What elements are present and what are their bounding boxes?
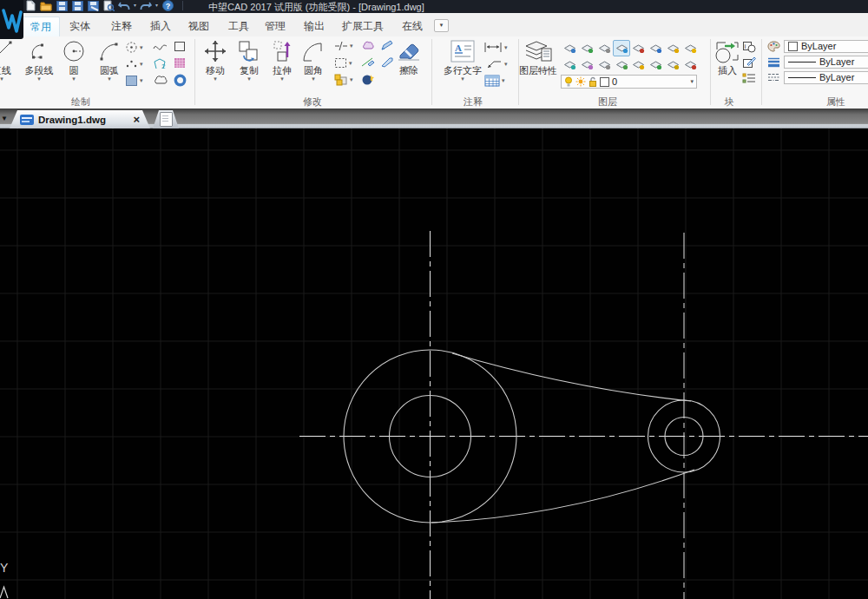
revision-cloud-tool[interactable] xyxy=(153,75,168,86)
save-icon[interactable] xyxy=(56,0,68,11)
undo-icon[interactable] xyxy=(118,0,130,11)
app-logo[interactable] xyxy=(0,0,23,39)
trim-tool[interactable]: ▾ xyxy=(334,41,353,51)
explode-tool[interactable]: ▾ xyxy=(334,74,353,86)
edit-block-tool[interactable] xyxy=(742,56,756,69)
ribbon-overflow-button[interactable]: ▼ xyxy=(434,19,449,32)
layer-tool-icon[interactable] xyxy=(681,40,699,56)
revcloud-edit-tool[interactable] xyxy=(361,40,375,51)
top-tangent-arc[interactable] xyxy=(452,353,691,401)
svg-text:A: A xyxy=(455,43,462,53)
ucs-y-arrowhead-icon xyxy=(0,587,8,598)
create-block-tool[interactable]: i xyxy=(742,41,756,53)
block-attributes-tool[interactable] xyxy=(742,72,756,84)
layer-tool-icon[interactable] xyxy=(613,40,630,56)
layer-tool-icon[interactable] xyxy=(562,40,579,56)
ucs-y-axis-label: Y xyxy=(0,561,9,575)
bottom-tangent-arc[interactable] xyxy=(431,470,694,523)
mtext-button[interactable]: A 多行文字▾ xyxy=(444,38,482,82)
divide-tool[interactable]: ▾ xyxy=(125,58,143,69)
linetype-sample xyxy=(788,77,816,78)
layer-tool-icon[interactable] xyxy=(562,56,579,73)
ribbon-tab-2[interactable]: 实体 xyxy=(62,16,98,36)
ribbon-tab-5[interactable]: 视图 xyxy=(181,16,217,36)
plot-preview-icon[interactable] xyxy=(102,0,115,11)
ribbon-tab-7[interactable]: 管理 xyxy=(257,16,293,36)
redo-dropdown-icon[interactable]: ▾ xyxy=(155,0,158,11)
layer-tool-icon[interactable] xyxy=(630,56,648,73)
layer-tool-icon[interactable] xyxy=(648,40,665,56)
edit-polyline-tool[interactable] xyxy=(380,40,394,51)
document-tab-active[interactable]: Drawing1.dwg × xyxy=(10,110,150,128)
layer-select[interactable]: 0 ▾ xyxy=(561,75,697,89)
table-tool[interactable]: ▾ xyxy=(484,75,505,87)
polygon-tool[interactable]: 2 xyxy=(153,57,167,70)
spline-tool[interactable] xyxy=(153,42,168,52)
linear-dimension-tool[interactable]: ▾ xyxy=(483,42,508,53)
layer-tool-icon[interactable] xyxy=(665,56,682,73)
redo-icon[interactable] xyxy=(140,0,152,11)
layer-unlock-icon xyxy=(589,76,597,87)
rectangle-tool[interactable] xyxy=(174,41,186,52)
ribbon-tab-4[interactable]: 插入 xyxy=(142,16,179,36)
layer-select-dropdown-icon[interactable]: ▾ xyxy=(690,78,694,85)
stretch-button[interactable]: 拉伸▾ xyxy=(269,38,295,82)
save-as-icon[interactable] xyxy=(71,0,83,11)
ribbon-tab-9[interactable]: 扩展工具 xyxy=(334,16,391,36)
layer-tool-icon[interactable] xyxy=(630,40,648,56)
ribbon-tab-6[interactable]: 工具 xyxy=(220,16,257,36)
layer-tool-icon[interactable] xyxy=(648,56,665,73)
erase-button[interactable]: 擦除 xyxy=(395,38,423,76)
color-control[interactable]: ByLayer xyxy=(767,39,868,53)
layer-tool-icon[interactable] xyxy=(681,56,699,73)
copy-button[interactable]: 复制▾ xyxy=(236,38,262,82)
drawing-canvas[interactable]: Y xyxy=(0,128,868,599)
layer-tool-icon[interactable] xyxy=(579,40,596,56)
layer-tool-icon[interactable] xyxy=(665,40,682,56)
mirror-tool[interactable] xyxy=(380,56,394,68)
lineweight-control[interactable]: ByLayer xyxy=(767,55,868,69)
match-properties-tool[interactable] xyxy=(361,56,375,68)
save-all-icon[interactable] xyxy=(87,0,99,11)
polyline-button[interactable]: 多段线▾ xyxy=(25,38,54,82)
layer-tool-icon[interactable] xyxy=(579,56,596,73)
ribbon-tab-1[interactable]: 常用 xyxy=(22,16,60,37)
explode-icon xyxy=(334,74,348,86)
donut-tool[interactable] xyxy=(174,74,187,87)
layer-tool-icon[interactable] xyxy=(596,40,614,56)
new-document-tab-button[interactable] xyxy=(153,110,179,128)
line-button[interactable]: 直线▾ xyxy=(0,38,15,82)
trim-icon xyxy=(334,41,348,51)
attributes-icon xyxy=(742,72,756,84)
mirror-icon xyxy=(380,56,394,68)
purge-tool[interactable] xyxy=(361,73,375,85)
circle-button[interactable]: 圆▾ xyxy=(61,38,87,82)
ribbon-tab-8[interactable]: 输出 xyxy=(296,16,332,36)
tab-list-dropdown-icon[interactable]: ▼ xyxy=(1,115,8,122)
ribbon-tab-10[interactable]: 在线 xyxy=(394,16,431,36)
arc-button[interactable]: 圆弧▾ xyxy=(96,38,122,82)
leader-tool[interactable]: ▾ xyxy=(485,58,508,69)
layer-tool-icon[interactable] xyxy=(596,56,614,73)
ribbon-tab-3[interactable]: 注释 xyxy=(103,16,140,36)
layer-properties-button[interactable]: 图层特性 xyxy=(519,38,557,76)
help-icon[interactable]: ? xyxy=(161,0,174,11)
lineweight-icon xyxy=(767,56,780,68)
lineweight-value: ByLayer xyxy=(819,56,854,67)
hatch-tool[interactable] xyxy=(174,57,186,69)
gradient-tool[interactable]: ▾ xyxy=(125,75,143,87)
undo-dropdown-icon[interactable]: ▾ xyxy=(134,0,136,11)
open-folder-icon[interactable] xyxy=(40,0,52,11)
layer-tool-icon[interactable] xyxy=(613,56,630,73)
arc-icon xyxy=(96,38,122,64)
array-tool[interactable]: ▾ xyxy=(334,57,352,69)
point-tool[interactable]: ▾ xyxy=(125,41,143,54)
zwcad-logo-glyph xyxy=(3,10,21,31)
move-button[interactable]: 移动▾ xyxy=(202,38,228,82)
linetype-control[interactable]: ByLayer xyxy=(767,70,868,84)
gradient-icon xyxy=(125,75,138,87)
tab-close-icon[interactable]: × xyxy=(133,114,140,125)
fillet-button[interactable]: 圆角▾ xyxy=(300,38,326,82)
insert-block-button[interactable]: 插入 xyxy=(713,38,742,76)
new-file-icon[interactable] xyxy=(24,0,36,11)
